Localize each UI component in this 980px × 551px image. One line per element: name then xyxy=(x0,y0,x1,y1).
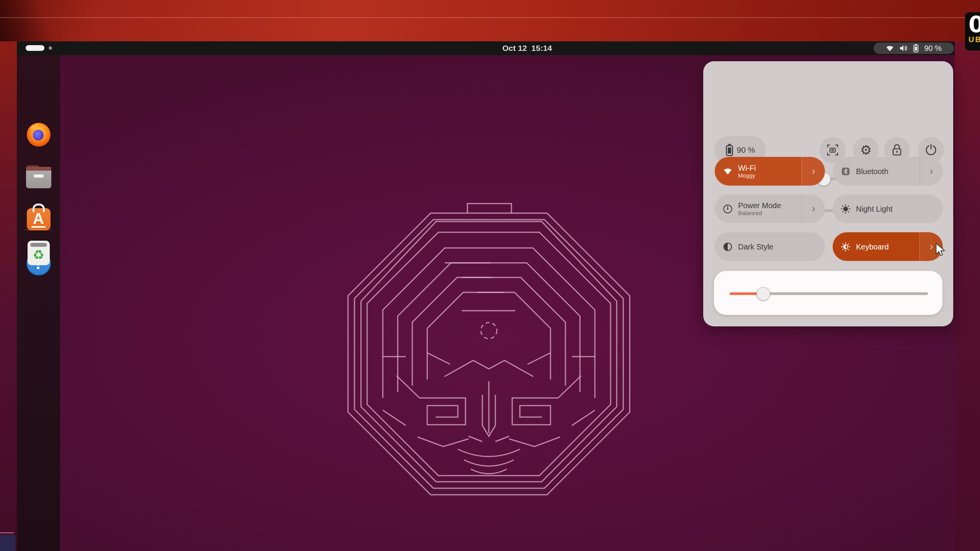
tile-title: Night Light xyxy=(856,205,893,213)
tile-wifi[interactable]: Wi-Fi Moggy › xyxy=(715,157,825,186)
files-icon xyxy=(26,168,51,188)
wifi-icon xyxy=(886,45,894,52)
dock-item-files[interactable] xyxy=(17,165,60,188)
frame-corner-block xyxy=(0,535,15,551)
recycle-glyph: ♻ xyxy=(33,248,44,261)
battery-percent-label: 90 % xyxy=(737,145,755,155)
chevron-right-icon: › xyxy=(812,166,815,176)
tile-keyboard-backlight[interactable]: Keyboard › xyxy=(833,232,943,261)
chevron-right-icon: › xyxy=(930,166,933,176)
keyboard-brightness-icon xyxy=(840,242,851,252)
tile-subtitle: Moggy xyxy=(738,173,756,179)
tile-bluetooth[interactable]: Bluetooth › xyxy=(833,157,943,186)
workspace-indicator-active[interactable] xyxy=(26,45,44,51)
app-center-icon: A xyxy=(27,208,51,230)
power-mode-expand-arrow[interactable]: › xyxy=(802,194,825,223)
tile-night-light[interactable]: Night Light xyxy=(833,194,943,223)
tile-title: Power Mode xyxy=(738,201,781,210)
clock[interactable]: Oct 12 15:14 xyxy=(452,41,602,55)
app-center-letter: A xyxy=(31,211,46,228)
tile-title: Bluetooth xyxy=(856,167,889,176)
power-icon xyxy=(925,144,937,156)
keyboard-backlight-slider-knob[interactable] xyxy=(756,287,770,301)
firefox-icon xyxy=(26,122,52,148)
dock-item-firefox[interactable] xyxy=(17,122,60,148)
trash-icon: ♻ xyxy=(28,241,50,265)
channel-logo: 0 UB xyxy=(965,12,980,51)
keyboard-backlight-slider[interactable] xyxy=(730,292,928,295)
tile-title: Dark Style xyxy=(738,243,773,251)
mouse-cursor xyxy=(934,243,947,256)
wifi-icon xyxy=(722,168,733,175)
battery-icon xyxy=(726,144,733,156)
tile-dark-style[interactable]: Dark Style xyxy=(715,232,825,261)
video-frame-top xyxy=(0,0,980,41)
dock-separator xyxy=(24,230,52,230)
power-mode-icon xyxy=(722,204,733,214)
dark-style-icon xyxy=(722,242,733,252)
wallpaper-maze-artwork xyxy=(332,196,646,512)
files-icon-dash xyxy=(34,174,44,178)
battery-percent-label: 90 % xyxy=(924,44,942,53)
app-center-handle xyxy=(33,204,45,212)
tile-power-mode[interactable]: Power Mode Balanced › xyxy=(715,194,825,223)
dock: A ? xyxy=(17,55,60,551)
tile-title: Keyboard xyxy=(856,243,889,251)
lock-icon xyxy=(891,143,903,156)
volume-icon xyxy=(900,45,908,52)
bluetooth-icon xyxy=(840,167,851,176)
screenshot-icon xyxy=(826,143,839,156)
bluetooth-expand-arrow[interactable]: › xyxy=(920,157,943,186)
video-frame-left xyxy=(0,41,17,551)
keyboard-backlight-card xyxy=(714,271,942,315)
gear-icon: ⚙ xyxy=(860,143,872,156)
system-status-area[interactable]: 90 % xyxy=(874,42,954,54)
night-light-icon xyxy=(840,204,851,214)
workspace-indicator-dot[interactable] xyxy=(49,46,52,50)
files-icon-top xyxy=(26,167,51,171)
video-frame-right xyxy=(955,41,980,551)
tile-title: Wi-Fi xyxy=(738,164,756,172)
trash-lid xyxy=(30,243,47,247)
chevron-right-icon: › xyxy=(930,241,933,252)
channel-logo-top-text: 0 xyxy=(969,14,980,35)
channel-logo-bottom-text: UB xyxy=(969,35,980,44)
chevron-right-icon: › xyxy=(812,204,815,214)
dock-item-trash[interactable]: ♻ xyxy=(17,241,60,265)
quick-settings-panel: 90 % ⚙ xyxy=(703,61,953,326)
battery-icon xyxy=(913,44,918,52)
frame-accent-line xyxy=(0,532,14,533)
top-bar: Oct 12 15:14 90 % xyxy=(17,41,955,55)
dock-item-app-center[interactable]: A xyxy=(17,205,60,230)
tile-subtitle: Balanced xyxy=(738,210,781,216)
